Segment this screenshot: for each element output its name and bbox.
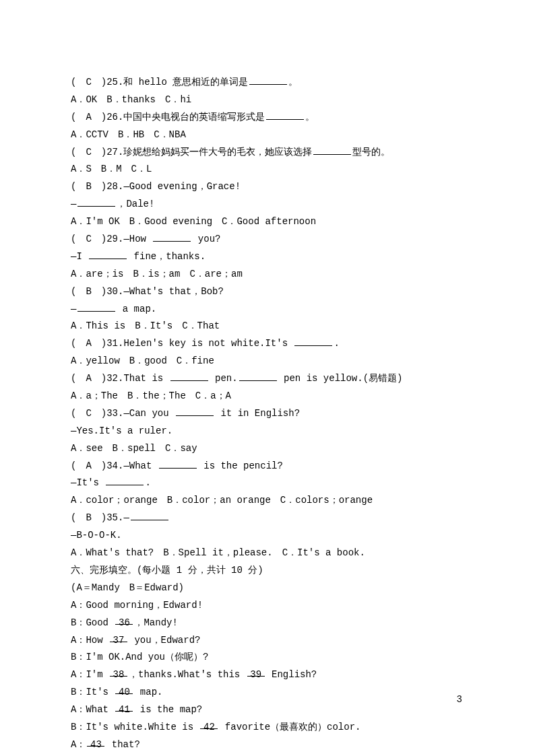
paren-open: ( (71, 181, 86, 192)
q34-line2b: . (145, 477, 150, 488)
q34-line2a: —It's (71, 477, 104, 488)
q29-text: )29.—How (92, 234, 152, 244)
q31-answer: A (86, 338, 91, 349)
paren-open: ( (71, 112, 86, 123)
q34-stem: ( A )34.—What is the pencil? (71, 458, 464, 475)
blank (153, 232, 191, 242)
q35-answer: B (86, 512, 91, 523)
q26-answer: A (86, 112, 91, 123)
q28-options: A．I'm OK B．Good evening C．Good afternoon (71, 213, 464, 231)
q34-text: )34.—What (92, 460, 158, 471)
c9a: A： (71, 739, 86, 750)
q30-options: A．This is B．It's C．That (71, 318, 464, 335)
cloze-note: (A＝Mandy B＝Edward) (71, 580, 464, 597)
paren-open: ( (71, 373, 86, 384)
q25-tail: 。 (288, 77, 298, 88)
q30-line2: — a map. (71, 301, 464, 318)
paren-open: ( (71, 408, 86, 419)
q31-text: )31.Helen's key is not white.It's (92, 338, 294, 349)
c5b: ，thanks.What's this (129, 669, 246, 680)
c5c: English? (266, 669, 317, 680)
cloze-line-4: B：I'm OK.And you（你呢）? (71, 649, 464, 666)
q29-tail: you? (192, 234, 220, 244)
q26-options: A．CCTV B．HB C．NBA (71, 127, 464, 144)
q32-mid: pen. (210, 373, 238, 384)
q35-stem: ( B )35.— (71, 510, 464, 527)
q28-text: )28.—Good evening，Grace! (92, 181, 241, 192)
blank (89, 249, 127, 259)
c2a: B：Good (71, 617, 114, 628)
c6b: map. (134, 687, 162, 697)
q27-answer: C (86, 147, 91, 158)
q32-stem: ( A )32.That is pen. pen is yellow.(易错题) (71, 370, 464, 388)
q27-tail: 型号的。 (352, 147, 390, 158)
q33-line2: —Yes.It's a ruler. (71, 423, 464, 440)
dash: — (71, 304, 76, 314)
paren-open: ( (71, 286, 86, 297)
cloze-line-8: B：It's white.White is 42 favorite（最喜欢的）c… (71, 719, 464, 736)
c6a: B：It's (71, 687, 114, 697)
q29-stem: ( C )29.—How you? (71, 231, 464, 248)
cloze-line-2: B：Good 36，Mandy! (71, 615, 464, 632)
q28-line2: —，Dale! (71, 196, 464, 213)
c3b: you，Edward? (129, 635, 200, 646)
q29-answer: C (86, 234, 91, 244)
q27-stem: ( C )27.珍妮想给妈妈买一件大号的毛衣，她应该选择型号的。 (71, 144, 464, 162)
q34-options: A．color；orange B．color；an orange C．color… (71, 492, 464, 510)
blank (313, 145, 351, 155)
paren-open: ( (71, 77, 86, 88)
cloze-line-9: A：43 that? (71, 736, 464, 754)
blank (77, 302, 115, 312)
blank-36: 36 (115, 615, 133, 625)
q25-options: A．OK B．thanks C．hi (71, 92, 464, 109)
paren-open: ( (71, 460, 86, 471)
blank-39: 39 (247, 666, 265, 677)
q28-line2b: ，Dale! (117, 199, 154, 209)
q33-options: A．see B．spell C．say (71, 440, 464, 458)
q29-options: A．are；is B．is；am C．are；am (71, 266, 464, 283)
cloze-line-3: A：How 37 you，Edward? (71, 632, 464, 650)
q33-tail: it in English? (215, 408, 300, 419)
blank (106, 475, 144, 485)
c7b: is the map? (134, 704, 202, 715)
q30-text: )30.—What's that，Bob? (92, 286, 224, 297)
cloze-line-1: A：Good morning，Edward! (71, 597, 464, 615)
blank (266, 110, 304, 120)
blank (239, 371, 277, 381)
q32-text: )32.That is (92, 373, 169, 384)
paren-open: ( (71, 338, 86, 349)
c3a: A：How (71, 635, 108, 646)
q29-line2b: fine，thanks. (128, 251, 206, 262)
cloze-line-5: A：I'm 38，thanks.What's this 39 English? (71, 666, 464, 684)
q33-stem: ( C )33.—Can you it in English? (71, 405, 464, 423)
q26-text: )26.中国中央电视台的英语缩写形式是 (92, 112, 265, 123)
blank (294, 336, 332, 346)
c9b: that? (106, 739, 139, 750)
c8b: favorite（最喜欢的）color. (219, 722, 360, 732)
q26-stem: ( A )26.中国中央电视台的英语缩写形式是。 (71, 109, 464, 127)
q28-stem: ( B )28.—Good evening，Grace! (71, 178, 464, 196)
blank-38: 38 (110, 666, 127, 677)
c8a: B：It's white.White is (71, 722, 199, 732)
blank (170, 371, 208, 381)
blank (131, 510, 168, 520)
c7a: A：What (71, 704, 114, 715)
q28-answer: B (86, 181, 91, 192)
blank-42: 42 (200, 719, 218, 729)
blank (249, 75, 287, 85)
q34-line2: —It's . (71, 475, 464, 492)
q30-answer: B (86, 286, 91, 297)
blank (176, 406, 214, 416)
q32-options: A．a；The B．the；The C．a；A (71, 388, 464, 405)
cloze-line-7: A：What 41 is the map? (71, 701, 464, 719)
q26-tail: 。 (305, 112, 315, 123)
dash: — (71, 199, 76, 209)
q31-options: A．yellow B．good C．fine (71, 353, 464, 370)
q29-line2: —I fine，thanks. (71, 248, 464, 266)
q25-stem: ( C )25.和 hello 意思相近的单词是。 (71, 74, 464, 92)
q35-line2: —B-O-O-K. (71, 527, 464, 545)
paren-open: ( (71, 147, 86, 158)
blank (77, 197, 115, 207)
blank-41: 41 (115, 701, 133, 712)
section-6-title: 六、完形填空。(每小题 1 分，共计 10 分) (71, 562, 464, 580)
